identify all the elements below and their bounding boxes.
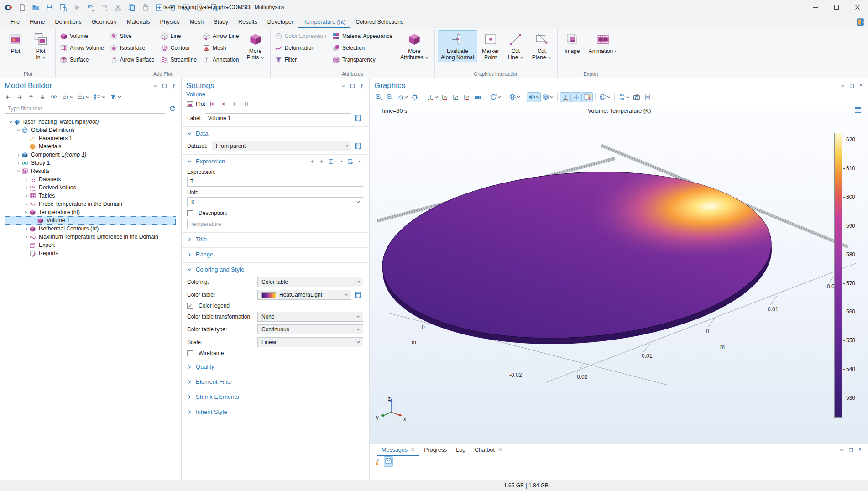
expand-icon[interactable] — [23, 194, 29, 198]
float-panel-icon[interactable] — [162, 84, 167, 89]
ribbon-button-marker-point[interactable]: MarkerPoint — [479, 30, 502, 62]
environment-button[interactable] — [507, 92, 522, 102]
message-settings-icon[interactable] — [385, 457, 392, 465]
ribbon-button-streamline[interactable]: Streamline — [159, 54, 200, 66]
section-data[interactable]: Data — [182, 126, 369, 140]
scene-light-button[interactable] — [472, 92, 483, 102]
ribbon-button-mesh[interactable]: Mesh — [201, 42, 242, 54]
tree-item-temperature-ht[interactable]: Temperature (ht) — [5, 208, 176, 216]
tree-item-volume-1[interactable]: Volume 1 — [5, 216, 176, 225]
color-theme-button[interactable] — [598, 92, 612, 102]
ribbon-button-image[interactable]: Image — [560, 30, 584, 55]
tree-item-component-1[interactable]: Component 1 (comp 1) — [5, 151, 176, 159]
dataset-select[interactable]: From parent — [212, 141, 351, 151]
expand-icon[interactable] — [23, 178, 29, 182]
replace-expression-icon[interactable] — [328, 158, 335, 165]
expand-icon[interactable] — [16, 161, 21, 165]
save-preview-icon[interactable] — [59, 4, 67, 11]
tree-item-results[interactable]: Results — [5, 167, 176, 175]
update-button[interactable] — [617, 92, 631, 102]
tree-item-global-definitions[interactable]: Global Definitions — [5, 126, 176, 134]
open-file-icon[interactable] — [32, 4, 40, 11]
show-legend-button[interactable] — [582, 92, 593, 102]
ribbon-tab-developer[interactable]: Developer — [262, 16, 298, 28]
section-coloring-and-style[interactable]: Coloring and Style — [182, 262, 369, 276]
ribbon-button-annotation[interactable]: TAnnotation — [201, 54, 242, 66]
go-to-view-button[interactable] — [425, 92, 439, 102]
panel-menu-icon[interactable] — [840, 84, 845, 89]
zoom-extents-button[interactable] — [409, 92, 420, 102]
ribbon-button-selection[interactable]: Selection — [331, 42, 396, 54]
tree-item-export[interactable]: Export — [5, 241, 176, 249]
ribbon-button-surface[interactable]: Surface — [58, 54, 107, 66]
show-axes-button[interactable] — [560, 92, 571, 102]
pin-panel-icon[interactable] — [858, 448, 863, 453]
ribbon-tab-definitions[interactable]: Definitions — [50, 16, 87, 28]
sound-button[interactable] — [527, 92, 541, 102]
expression-input[interactable] — [187, 177, 363, 187]
zoom-out-button[interactable] — [384, 92, 395, 102]
plot-first-icon[interactable] — [209, 100, 216, 108]
panel-menu-icon[interactable] — [153, 84, 158, 89]
view-xy-button[interactable]: xy — [439, 92, 450, 102]
ribbon-tab-results[interactable]: Results — [233, 16, 262, 28]
section-element-filter[interactable]: Element Filter — [182, 375, 369, 388]
transparency-gx-button[interactable] — [541, 92, 555, 102]
section-inherit-style[interactable]: Inherit Style — [182, 405, 369, 418]
redo-icon[interactable] — [100, 4, 108, 11]
panel-menu-icon[interactable] — [341, 84, 346, 89]
plot-next-icon[interactable] — [231, 100, 238, 108]
tree-item-probe-temperature-in-the-domain[interactable]: Probe Temperature in the Domain — [5, 200, 176, 208]
paste-icon[interactable] — [141, 4, 149, 11]
collapse-icon[interactable] — [16, 169, 21, 173]
collapse-icon[interactable] — [23, 210, 29, 214]
cut-icon[interactable] — [114, 4, 122, 11]
edit-color-table-icon[interactable] — [354, 290, 363, 299]
ribbon-tab-physics[interactable]: Physics — [155, 16, 184, 28]
pin-panel-icon[interactable] — [858, 84, 863, 89]
refresh-filter-icon[interactable] — [169, 105, 176, 112]
ribbon-button-slice[interactable]: Slice — [109, 30, 158, 42]
save-file-icon[interactable] — [46, 4, 53, 11]
tree-item-isothermal-contours-ht[interactable]: Isothermal Contours (ht) — [5, 225, 176, 233]
plot-last-icon[interactable] — [242, 100, 249, 108]
section-range[interactable]: Range — [182, 247, 369, 261]
minimize-button[interactable] — [805, 0, 826, 15]
undo-icon[interactable] — [87, 4, 94, 11]
snapshot-button[interactable] — [631, 92, 642, 102]
color-table-select[interactable]: HeatCameraLight — [257, 290, 351, 300]
ribbon-button-isosurface[interactable]: Isosurface — [109, 42, 158, 54]
plot-area[interactable]: Time=60 s Volume: Temperature (K) — [370, 104, 868, 444]
expand-icon[interactable] — [23, 186, 29, 190]
close-tab-icon[interactable]: ✕ — [498, 447, 502, 453]
zoom-box-button[interactable] — [395, 92, 409, 102]
tree-item-study-1[interactable]: Study 1 — [5, 159, 176, 167]
ribbon-button-arrow-volume[interactable]: Arrow Volume — [58, 42, 107, 54]
ribbon-tab-study[interactable]: Study — [209, 16, 233, 28]
ribbon-tab-colored-selections[interactable]: Colored Selections — [350, 16, 408, 28]
tab-messages[interactable]: Messages✕ — [377, 444, 419, 456]
ribbon-button-plot[interactable]: Plot — [4, 30, 27, 55]
color-legend-checkbox[interactable] — [187, 303, 193, 309]
color-table-transformation-select[interactable]: None — [257, 312, 363, 322]
insert-expression-icon[interactable] — [347, 158, 354, 165]
show-grid-button[interactable] — [571, 92, 582, 102]
close-tab-icon[interactable]: ✕ — [411, 447, 415, 453]
go-to-source-icon[interactable] — [354, 141, 363, 151]
nav-forward-button[interactable] — [16, 94, 23, 101]
plot-button[interactable]: Plot — [186, 100, 205, 108]
description-checkbox[interactable] — [187, 210, 193, 216]
tree-item-laser-heating-wafer-mph[interactable]: laser_heating_wafer.mph (root) — [5, 118, 176, 126]
expand-icon[interactable] — [23, 227, 29, 231]
tree-filter-input[interactable] — [5, 104, 165, 114]
section-quality[interactable]: Quality — [182, 360, 369, 373]
ribbon-button-animation[interactable]: Animation — [586, 30, 622, 55]
tab-chatbot[interactable]: Chatbot✕ — [470, 444, 507, 456]
maximize-button[interactable] — [826, 0, 847, 15]
float-panel-icon[interactable] — [848, 448, 853, 453]
expand-icon[interactable] — [23, 235, 29, 239]
section-title[interactable]: Title — [182, 232, 369, 246]
tab-progress[interactable]: Progress — [419, 444, 451, 456]
view-xz-button[interactable]: xz — [461, 92, 472, 102]
ribbon-button-arrow-line[interactable]: Arrow Line — [201, 30, 242, 42]
